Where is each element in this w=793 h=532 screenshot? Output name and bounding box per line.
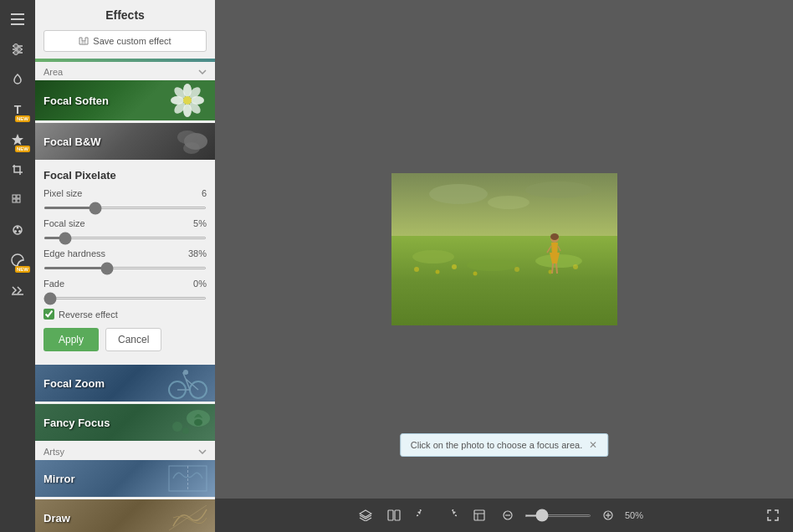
svg-rect-63	[474, 510, 484, 520]
svg-rect-44	[391, 236, 617, 325]
tooltip-close-button[interactable]: ✕	[589, 439, 597, 451]
edge-hardness-slider[interactable]	[43, 267, 207, 269]
left-toolbar: T NEW NEW NEW	[0, 0, 35, 532]
svg-rect-11	[13, 199, 16, 202]
svg-point-28	[177, 130, 197, 144]
svg-point-48	[414, 267, 419, 272]
focal-zoom-item[interactable]: Focal Zoom	[35, 365, 215, 402]
svg-rect-12	[17, 199, 20, 202]
toolbar-retouch-icon[interactable]	[5, 67, 30, 92]
fade-slider[interactable]	[43, 297, 207, 299]
undo-icon[interactable]	[411, 504, 434, 527]
svg-rect-1	[11, 18, 24, 20]
focal-pixelate-title: Focal Pixelate	[43, 169, 207, 182]
toolbar-frames-icon[interactable]	[5, 217, 30, 243]
focus-tooltip: Click on the photo to choose a focus are…	[400, 433, 608, 457]
zoom-out-icon[interactable]	[496, 504, 519, 527]
svg-point-56	[550, 233, 559, 240]
svg-point-54	[573, 264, 578, 269]
toolbar-texture-icon[interactable]	[5, 187, 30, 212]
svg-point-16	[18, 230, 21, 233]
svg-point-34	[194, 419, 202, 426]
pixel-size-slider-container	[43, 200, 207, 212]
main-area: Click on the photo to choose a focus are…	[215, 0, 793, 532]
svg-point-46	[467, 259, 517, 271]
svg-point-41	[429, 184, 488, 204]
fancy-focus-item[interactable]: Fancy Focus	[35, 404, 215, 441]
pixel-size-slider[interactable]	[43, 207, 207, 209]
svg-rect-9	[13, 195, 16, 198]
svg-rect-61	[388, 510, 393, 520]
svg-point-52	[514, 267, 519, 272]
svg-point-42	[525, 182, 592, 198]
svg-rect-62	[395, 510, 400, 520]
toolbar-adjust-icon[interactable]	[5, 37, 30, 62]
focal-size-row: Focal size 5%	[43, 218, 207, 228]
svg-point-45	[412, 250, 454, 263]
reverse-effect-checkbox[interactable]	[43, 309, 54, 320]
photo-container[interactable]	[391, 173, 617, 325]
zoom-in-icon[interactable]	[596, 504, 620, 527]
svg-point-50	[452, 264, 457, 269]
focal-pixelate-section: Focal Pixelate Pixel size 6 Focal size 5…	[35, 162, 215, 365]
zoom-slider[interactable]	[524, 514, 591, 517]
focal-soften-item[interactable]: Focal Soften	[35, 80, 215, 120]
focal-size-slider[interactable]	[43, 237, 207, 239]
canvas-area[interactable]: Click on the photo to choose a focus are…	[215, 0, 793, 499]
focal-soften-label: Focal Soften	[43, 95, 109, 107]
toolbar-crop-icon[interactable]	[5, 157, 30, 182]
redo-icon[interactable]	[439, 504, 463, 527]
svg-point-51	[473, 272, 477, 276]
edge-hardness-slider-container	[43, 260, 207, 272]
effects-title: Effects	[35, 0, 215, 30]
fade-slider-container	[43, 290, 207, 302]
svg-point-32	[183, 370, 188, 375]
toolbar-effects-icon[interactable]: NEW	[5, 127, 30, 152]
svg-point-43	[488, 196, 530, 209]
svg-point-36	[182, 427, 189, 434]
section-area-label: Area	[35, 64, 215, 80]
focal-bw-item[interactable]: Focal B&W	[35, 123, 215, 160]
fullscreen-button[interactable]	[761, 504, 785, 527]
focal-bw-label: Focal B&W	[43, 136, 101, 148]
apply-cancel-row: Apply Cancel	[43, 328, 207, 351]
svg-point-26	[183, 96, 192, 105]
svg-line-57	[552, 263, 553, 274]
history-icon[interactable]	[468, 504, 491, 527]
photo-image[interactable]	[391, 173, 617, 325]
fancy-focus-label: Fancy Focus	[43, 417, 110, 429]
effects-scroll-area[interactable]: Area Focal Soften	[35, 59, 215, 532]
svg-point-8	[14, 51, 18, 55]
focal-zoom-label: Focal Zoom	[43, 377, 105, 390]
reverse-effect-label: Reverse effect	[59, 309, 118, 320]
apply-button[interactable]: Apply	[43, 328, 99, 351]
edge-hardness-row: Edge hardness 38%	[43, 248, 207, 258]
svg-point-29	[183, 142, 200, 154]
compare-icon[interactable]	[382, 504, 406, 527]
svg-point-14	[17, 227, 19, 229]
effects-panel: Effects Save custom effect Area	[35, 0, 215, 532]
svg-point-15	[14, 230, 17, 233]
focal-size-slider-container	[43, 230, 207, 242]
bottom-toolbar: 50%	[215, 499, 793, 532]
svg-point-49	[435, 270, 439, 274]
toolbar-stickers-icon[interactable]: NEW	[5, 248, 30, 273]
toolbar-menu-icon[interactable]	[5, 7, 30, 32]
draw-label: Draw	[43, 512, 70, 524]
svg-line-58	[556, 263, 557, 274]
draw-item[interactable]: Draw	[35, 499, 215, 532]
mirror-item[interactable]: Mirror	[35, 460, 215, 497]
save-custom-button[interactable]: Save custom effect	[43, 30, 207, 52]
zoom-value: 50%	[625, 510, 654, 520]
cancel-button[interactable]: Cancel	[105, 328, 161, 351]
svg-rect-2	[11, 23, 24, 25]
fade-row: Fade 0%	[43, 279, 207, 289]
svg-point-6	[18, 48, 22, 52]
layers-icon[interactable]	[354, 504, 377, 527]
svg-point-35	[172, 422, 182, 432]
toolbar-text-icon[interactable]: T NEW	[5, 97, 30, 122]
toolbar-more-icon[interactable]	[5, 278, 30, 303]
svg-rect-0	[11, 13, 24, 15]
gradient-bar	[35, 59, 215, 62]
mirror-label: Mirror	[43, 473, 75, 485]
